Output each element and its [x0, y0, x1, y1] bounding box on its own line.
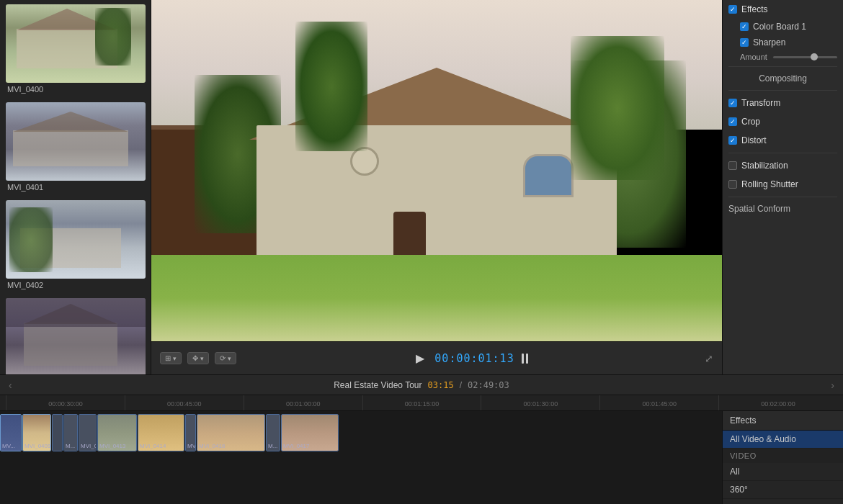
pause-button[interactable]: [522, 354, 528, 364]
ruler-mark-3: 00:01:15:00: [362, 395, 481, 410]
fullscreen-button[interactable]: ⤢: [705, 353, 713, 364]
pause-bar-right: [526, 354, 528, 364]
center-panel: ⊞ ▾ ✥ ▾ ⟳ ▾ ▶ 00:00:01:13: [151, 0, 722, 374]
controls-right: ⤢: [705, 353, 713, 364]
color-board-checkbox[interactable]: [740, 22, 749, 31]
timeline-clip-0409[interactable]: MVI_0409: [22, 414, 51, 451]
distort-label: Distort: [741, 135, 767, 145]
spatial-conform-label: Spatial Conform: [728, 204, 790, 214]
effects-panel-all-video-audio[interactable]: All Video & Audio: [723, 431, 843, 449]
stabilization-label: Stabilization: [741, 161, 788, 171]
spatial-conform-section: Spatial Conform: [723, 200, 843, 217]
speed-button[interactable]: ⟳ ▾: [215, 352, 236, 364]
inspector-panel: Effects Color Board 1 Sharpen Amount Com…: [722, 0, 843, 374]
sharpen-checkbox[interactable]: [740, 38, 749, 47]
clip-item-0401[interactable]: MVI_0401: [0, 98, 151, 196]
timeline-clip-mv[interactable]: MV...: [0, 414, 22, 451]
divider-1: [728, 66, 837, 67]
timeline-total-time: 02:49:03: [468, 380, 509, 390]
effects-panel-all[interactable]: All: [723, 463, 843, 481]
amount-slider[interactable]: [773, 56, 837, 58]
clip-blank2-label: MVI...: [187, 443, 196, 449]
view-options-button[interactable]: ⊞ ▾: [160, 352, 182, 364]
video-preview: [151, 0, 722, 341]
timeline-separator: /: [460, 380, 462, 390]
effects-checkbox[interactable]: [728, 5, 737, 14]
pause-bar-left: [522, 354, 524, 364]
divider-4: [728, 197, 837, 197]
timeline-clip-0413[interactable]: MVI_0413: [97, 414, 137, 451]
crop-header: Crop: [723, 112, 843, 131]
clip-label-0400: MVI_0400: [6, 85, 145, 94]
clip-thumbnail-0402: [6, 200, 146, 279]
clip-mvi0-label: MVI_0...: [81, 443, 97, 449]
compositing-label: Compositing: [759, 73, 807, 84]
transform-checkbox[interactable]: [728, 99, 737, 107]
timeline-next-button[interactable]: ›: [831, 379, 834, 391]
clip-browser: MVI_0400 MVI_0401 MVI_0402 MVI_0403: [0, 0, 151, 374]
transform-button[interactable]: ✥ ▾: [187, 352, 209, 364]
clip-item-0400[interactable]: MVI_0400: [0, 0, 151, 98]
playback-controls: ⊞ ▾ ✥ ▾ ⟳ ▾ ▶ 00:00:01:13: [151, 341, 722, 374]
clip-0417-label: MVI_0417: [283, 443, 309, 449]
timeline-clips-row: MV... MVI_0409 M... MVI_0...: [0, 411, 722, 454]
timeline-clip-m3[interactable]: M...: [266, 414, 280, 451]
clip-m3-label: M...: [268, 443, 277, 449]
ruler-mark-4: 00:01:30:00: [481, 395, 599, 410]
timeline-clip-0417[interactable]: MVI_0417: [281, 414, 339, 451]
divider-3: [728, 153, 837, 153]
preview-grass: [151, 255, 722, 341]
preview-tree-back-left: [295, 22, 367, 151]
effects-panel-video-category: VIDEO: [723, 449, 843, 463]
ruler-mark-0: 00:00:30:00: [6, 395, 125, 410]
timeline-area: ‹ Real Estate Video Tour 03:15 / 02:49:0…: [0, 374, 843, 504]
timeline-clip-m2[interactable]: M...: [63, 414, 78, 451]
timeline-header: ‹ Real Estate Video Tour 03:15 / 02:49:0…: [0, 375, 843, 395]
color-board-item[interactable]: Color Board 1: [723, 19, 843, 35]
timeline-prev-button[interactable]: ‹: [9, 379, 12, 391]
clip-thumbnail-0401: [6, 102, 146, 181]
timeline-clip-0416[interactable]: MVI_0416: [197, 414, 265, 451]
ruler-mark-1: 00:00:45:00: [125, 395, 244, 410]
distort-header: Distort: [723, 131, 843, 150]
transform-label: Transform: [741, 98, 780, 108]
rolling-shutter-header: Rolling Shutter: [723, 175, 843, 194]
stabilization-checkbox[interactable]: [728, 161, 737, 170]
clip-mv-label: MV...: [2, 443, 15, 449]
preview-tree-back-right: [571, 36, 664, 180]
clip-label-0401: MVI_0401: [6, 183, 145, 192]
rolling-shutter-label: Rolling Shutter: [741, 179, 798, 189]
amount-slider-thumb[interactable]: [811, 53, 818, 60]
timecode-display: 00:00:01:13: [434, 352, 514, 365]
compositing-section: Compositing: [723, 70, 843, 87]
controls-left: ⊞ ▾ ✥ ▾ ⟳ ▾: [160, 352, 236, 364]
color-board-label: Color Board 1: [753, 22, 806, 32]
timeline-nav: Real Estate Video Tour 03:15 / 02:49:03: [334, 380, 509, 390]
clip-item-0403[interactable]: MVI_0403: [0, 294, 151, 374]
timeline-clip-mvi0-[interactable]: MVI_0...: [79, 414, 97, 451]
timeline-clip-0414[interactable]: MVI_0414: [138, 414, 184, 451]
crop-label: Crop: [741, 117, 760, 127]
play-button[interactable]: ▶: [413, 351, 427, 366]
effects-panel-basics[interactable]: Basics: [723, 499, 843, 504]
timeline-track-content: MV... MVI_0409 M... MVI_0...: [0, 411, 722, 504]
ruler-mark-2: 00:01:00:00: [244, 395, 362, 410]
ruler-marks: 00:00:30:00 00:00:45:00 00:01:00:00 00:0…: [0, 395, 843, 410]
crop-checkbox[interactable]: [728, 117, 737, 126]
timeline-clip-blank1[interactable]: [52, 414, 63, 451]
effects-header: Effects: [723, 0, 843, 19]
ruler-mark-6: 00:02:00:00: [718, 395, 837, 410]
effects-panel-360[interactable]: 360°: [723, 481, 843, 499]
transform-header: Transform: [723, 94, 843, 112]
clip-thumbnail-0400: [6, 4, 146, 83]
amount-label: Amount: [740, 53, 767, 61]
timeline-clip-blank2[interactable]: MVI...: [185, 414, 196, 451]
distort-checkbox[interactable]: [728, 136, 737, 145]
clip-item-0402[interactable]: MVI_0402: [0, 196, 151, 294]
rolling-shutter-checkbox[interactable]: [728, 180, 737, 189]
divider-2: [728, 90, 837, 91]
clip-0416-label: MVI_0416: [199, 443, 225, 449]
stabilization-header: Stabilization: [723, 156, 843, 175]
timeline-current-time: 03:15: [428, 380, 454, 390]
sharpen-item[interactable]: Sharpen: [723, 35, 843, 50]
